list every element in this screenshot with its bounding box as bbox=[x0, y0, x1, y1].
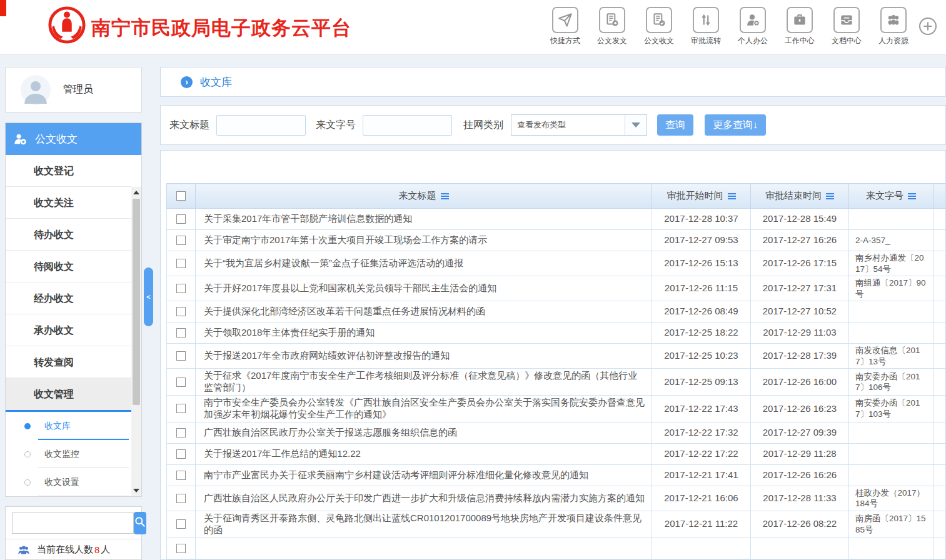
row-title[interactable]: 关于领取2018年主体责任纪实手册的通知 bbox=[196, 322, 652, 344]
row-title[interactable]: 关于提供深化北部湾经济区改革若干问题重点任务进展情况材料的函 bbox=[196, 301, 652, 322]
row-checkbox[interactable] bbox=[176, 378, 186, 387]
publish-type-select[interactable]: 查看发布类型 bbox=[511, 114, 647, 136]
row-checkbox[interactable] bbox=[176, 259, 186, 268]
row-checkbox-cell[interactable] bbox=[167, 396, 196, 422]
sidebar-item-转发查阅[interactable]: 转发查阅 bbox=[6, 346, 131, 378]
sidebar-item-承办收文[interactable]: 承办收文 bbox=[6, 314, 131, 346]
row-title[interactable]: 关于报送2017年工作总结的通知12.22 bbox=[196, 443, 652, 464]
scroll-down-icon[interactable] bbox=[131, 485, 141, 496]
sort-icon[interactable] bbox=[826, 193, 834, 199]
row-checkbox[interactable] bbox=[176, 284, 186, 293]
row-title[interactable]: 关于采集2017年市管干部脱产培训信息数据的通知 bbox=[196, 209, 652, 230]
nav-item-个人办公[interactable]: 个人办公 bbox=[733, 7, 773, 46]
row-checkbox-cell[interactable] bbox=[167, 511, 196, 538]
table-row: 关于审定南宁市2017年第十次重大项目开竣工现场会工作方案的请示2017-12-… bbox=[167, 230, 946, 251]
sort-icon[interactable] bbox=[908, 193, 916, 199]
col-end-time[interactable]: 审批结束时间 bbox=[751, 184, 849, 209]
sort-icon[interactable] bbox=[728, 193, 736, 199]
row-checkbox-cell[interactable] bbox=[167, 486, 196, 511]
row-checkbox[interactable] bbox=[176, 519, 186, 529]
row-checkbox-cell[interactable] bbox=[167, 369, 196, 396]
more-search-button[interactable]: 更多查询↓ bbox=[705, 114, 766, 136]
sidebar-section-header[interactable]: 公文收文 bbox=[6, 123, 141, 155]
nav-item-公文发文[interactable]: 公文发文 bbox=[592, 7, 632, 46]
sidebar-item-待办收文[interactable]: 待办收文 bbox=[6, 219, 131, 251]
docnum-filter-input[interactable] bbox=[363, 115, 452, 136]
col-doc-number[interactable]: 来文字号 bbox=[849, 184, 933, 209]
row-checkbox-cell[interactable] bbox=[167, 443, 196, 464]
row-checkbox[interactable] bbox=[176, 471, 186, 480]
nav-item-人力资源[interactable]: 人力资源 bbox=[873, 7, 913, 46]
row-checkbox-cell[interactable] bbox=[167, 422, 196, 443]
row-title[interactable]: 关于征询青秀区开泰路东侧、灵龟路北侧出让蓝线CR0101201700089号地块… bbox=[196, 511, 652, 538]
scrollbar-thumb[interactable] bbox=[133, 199, 140, 405]
title-filter-input[interactable] bbox=[216, 115, 306, 136]
row-title[interactable]: 南宁市产业富民办关于征求美丽南宁乡村建设活动考评细则评分标准细化量化修改意见的通… bbox=[196, 464, 652, 486]
breadcrumb: › 收文库 bbox=[160, 67, 946, 97]
row-title[interactable]: 关于审定南宁市2017年第十次重大项目开竣工现场会工作方案的请示 bbox=[196, 230, 652, 251]
row-title[interactable]: 关于征求《2017年度南宁市安全生产工作考核细则及评分标准（征求意见稿）》修改意… bbox=[196, 369, 652, 396]
nav-item-公文收文[interactable]: 公文收文 bbox=[639, 7, 679, 46]
select-all-checkbox[interactable] bbox=[176, 191, 186, 201]
sidebar-subitem-收文设置[interactable]: 收文设置 bbox=[6, 468, 131, 496]
row-title[interactable]: 关于开好2017年度县以上党和国家机关党员领导干部民主生活会的通知 bbox=[196, 276, 652, 301]
row-title[interactable]: 广西壮族自治区民政厅办公室关于报送志愿服务组织信息的函 bbox=[196, 422, 652, 443]
sidebar-search-input[interactable] bbox=[12, 512, 134, 534]
row-checkbox-cell[interactable] bbox=[167, 276, 196, 301]
sidebar-item-收文关注[interactable]: 收文关注 bbox=[6, 187, 131, 219]
row-checkbox-cell[interactable] bbox=[167, 251, 196, 276]
nav-item-审批流转[interactable]: 审批流转 bbox=[686, 7, 726, 46]
row-checkbox[interactable] bbox=[176, 544, 186, 553]
row-title[interactable]: 南宁市安全生产委员会办公室转发《广西壮族自治区安全生产委员会办公室关于落实国务院… bbox=[196, 396, 652, 422]
row-checkbox[interactable] bbox=[176, 236, 186, 245]
sort-icon[interactable] bbox=[441, 193, 449, 199]
row-title[interactable] bbox=[196, 538, 652, 559]
search-button[interactable]: 查询 bbox=[657, 114, 693, 136]
row-doc-number bbox=[849, 443, 933, 464]
app-title: 南宁市民政局电子政务云平台 bbox=[91, 15, 351, 41]
row-title[interactable]: 关于“我为宜居乡村建设献一策”金点子征集活动评选活动的通报 bbox=[196, 251, 652, 276]
row-title[interactable]: 广西壮族自治区人民政府办公厅关于印发广西进一步扩大和升级信息消费持续释放内需潜力… bbox=[196, 486, 652, 511]
sidebar-item-收文登记[interactable]: 收文登记 bbox=[6, 155, 131, 187]
sidebar-item-经办收文[interactable]: 经办收文 bbox=[6, 282, 131, 314]
sidebar-search-button[interactable] bbox=[134, 512, 146, 534]
sidebar-subitem-收文监控[interactable]: 收文监控 bbox=[6, 440, 131, 468]
paper-plane-icon bbox=[552, 7, 578, 33]
row-extra-cell bbox=[933, 486, 946, 511]
row-checkbox-cell[interactable] bbox=[167, 301, 196, 322]
row-checkbox[interactable] bbox=[176, 214, 186, 224]
row-checkbox[interactable] bbox=[176, 494, 186, 503]
table-row: 关于提供深化北部湾经济区改革若干问题重点任务进展情况材料的函2017-12-26… bbox=[167, 301, 946, 322]
nav-item-快捷方式[interactable]: 快捷方式 bbox=[545, 7, 585, 46]
row-checkbox[interactable] bbox=[176, 351, 186, 361]
sidebar-item-group[interactable]: 收文管理 bbox=[6, 378, 131, 410]
row-checkbox-cell[interactable] bbox=[167, 322, 196, 344]
menu-scrollbar[interactable] bbox=[131, 187, 141, 496]
nav-item-文档中心[interactable]: 文档中心 bbox=[827, 7, 867, 46]
scroll-up-icon[interactable] bbox=[131, 187, 141, 198]
nav-item-工作中心[interactable]: 工作中心 bbox=[780, 7, 820, 46]
col-title[interactable]: 来文标题 bbox=[196, 184, 652, 209]
row-checkbox[interactable] bbox=[176, 449, 186, 459]
row-checkbox-cell[interactable] bbox=[167, 209, 196, 230]
row-checkbox-cell[interactable] bbox=[167, 344, 196, 369]
subitem-label: 收文监控 bbox=[44, 449, 79, 460]
row-checkbox[interactable] bbox=[176, 328, 186, 338]
online-count: 8 bbox=[94, 544, 99, 555]
chevron-down-icon[interactable] bbox=[625, 115, 647, 135]
row-checkbox-cell[interactable] bbox=[167, 230, 196, 251]
row-checkbox[interactable] bbox=[176, 404, 186, 413]
row-checkbox-cell[interactable] bbox=[167, 464, 196, 486]
col-start-time[interactable]: 审批开始时间 bbox=[652, 184, 751, 209]
row-checkbox-cell[interactable] bbox=[167, 538, 196, 559]
sidebar-collapse-handle[interactable]: < bbox=[144, 268, 153, 326]
sidebar-item-待阅收文[interactable]: 待阅收文 bbox=[6, 251, 131, 282]
plus-icon[interactable] bbox=[918, 17, 937, 36]
row-extra-cell bbox=[933, 422, 946, 443]
row-checkbox[interactable] bbox=[176, 428, 186, 438]
row-title[interactable]: 关于报送2017年全市政府网站绩效评估初评整改报告的通知 bbox=[196, 344, 652, 369]
sidebar-subitem-收文库[interactable]: 收文库 bbox=[6, 412, 131, 440]
row-checkbox[interactable] bbox=[176, 307, 186, 316]
row-doc-number bbox=[849, 209, 933, 230]
select-all-cell[interactable] bbox=[167, 184, 196, 209]
